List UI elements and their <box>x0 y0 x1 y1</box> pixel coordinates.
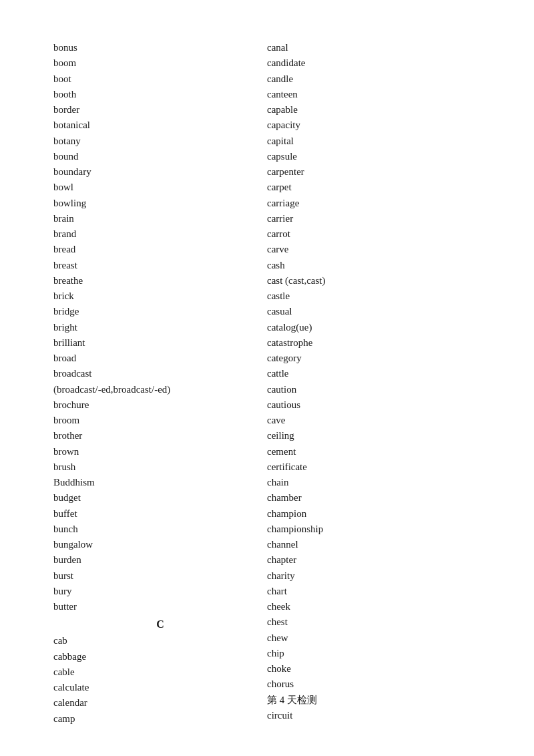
list-item: canal <box>267 40 481 55</box>
list-item: Buddhism <box>53 475 267 490</box>
list-item: brilliant <box>53 335 267 351</box>
list-item: budget <box>53 490 267 506</box>
list-item: capital <box>267 134 481 149</box>
list-item: booth <box>53 87 267 102</box>
list-item: botanical <box>53 118 267 133</box>
list-item: brush <box>53 459 267 475</box>
list-item: bungalow <box>53 537 267 552</box>
list-item: broad <box>53 351 267 366</box>
list-item: brick <box>53 289 267 304</box>
list-item: breast <box>53 258 267 273</box>
list-item: chain <box>267 475 481 490</box>
list-item: bowling <box>53 196 267 211</box>
list-item: brown <box>53 444 267 459</box>
list-item: category <box>267 351 481 366</box>
list-item: catalog(ue) <box>267 320 481 335</box>
list-item: brand <box>53 226 267 242</box>
list-item: capacity <box>267 118 481 133</box>
list-item: calendar <box>53 695 267 711</box>
list-item: cable <box>53 665 267 680</box>
list-item: channel <box>267 537 481 552</box>
list-item: casual <box>267 304 481 319</box>
list-item: buffet <box>53 506 267 522</box>
list-item: champion <box>267 506 481 522</box>
list-item: cattle <box>267 366 481 381</box>
list-item: calculate <box>53 680 267 695</box>
list-item: caution <box>267 382 481 397</box>
list-item: choke <box>267 661 481 677</box>
list-item: capsule <box>267 149 481 164</box>
list-item: chapter <box>267 552 481 568</box>
main-content: bonusboombootboothborderbotanicalbotanyb… <box>53 40 481 727</box>
list-item: candle <box>267 71 481 87</box>
list-item: cash <box>267 258 481 273</box>
left-column: bonusboombootboothborderbotanicalbotanyb… <box>53 40 267 727</box>
list-item: carpet <box>267 180 481 195</box>
list-item: butter <box>53 599 267 614</box>
list-item: bunch <box>53 522 267 537</box>
list-item: circuit <box>267 708 481 723</box>
list-item: cabbage <box>53 649 267 665</box>
list-item: bowl <box>53 180 267 195</box>
list-item: burst <box>53 568 267 584</box>
list-item: carrier <box>267 211 481 226</box>
list-item: bridge <box>53 304 267 319</box>
list-item: boundary <box>53 164 267 180</box>
list-item: brother <box>53 428 267 443</box>
list-item: camp <box>53 711 267 727</box>
list-item: brochure <box>53 397 267 413</box>
list-item: cast (cast,cast) <box>267 273 481 289</box>
list-item: bound <box>53 149 267 164</box>
list-item: cautious <box>267 397 481 413</box>
list-item: carpenter <box>267 164 481 180</box>
section-header-c: C <box>53 618 267 630</box>
list-item: chamber <box>267 490 481 506</box>
list-item: bread <box>53 242 267 257</box>
chinese-section-label: 第 4 天检测 <box>267 693 481 708</box>
list-item: border <box>53 102 267 118</box>
list-item: chest <box>267 614 481 630</box>
list-item: (broadcast/-ed,broadcast/-ed) <box>53 382 267 397</box>
list-item: brain <box>53 211 267 226</box>
list-item: ceiling <box>267 428 481 443</box>
list-item: chip <box>267 646 481 661</box>
list-item: candidate <box>267 55 481 71</box>
list-item: carriage <box>267 196 481 211</box>
list-item: bonus <box>53 40 267 55</box>
list-item: bury <box>53 584 267 599</box>
right-column: canalcandidatecandlecanteencapablecapaci… <box>267 40 481 727</box>
list-item: certificate <box>267 459 481 475</box>
list-item: catastrophe <box>267 335 481 351</box>
list-item: burden <box>53 552 267 568</box>
list-item: boot <box>53 71 267 87</box>
list-item: botany <box>53 134 267 149</box>
list-item: carve <box>267 242 481 257</box>
list-item: breathe <box>53 273 267 289</box>
list-item: carrot <box>267 226 481 242</box>
list-item: chorus <box>267 677 481 692</box>
list-item: chew <box>267 630 481 646</box>
list-item: cab <box>53 633 267 648</box>
list-item: broom <box>53 413 267 428</box>
list-item: championship <box>267 522 481 537</box>
list-item: capable <box>267 102 481 118</box>
list-item: bright <box>53 320 267 335</box>
list-item: charity <box>267 568 481 584</box>
list-item: chart <box>267 584 481 599</box>
list-item: cave <box>267 413 481 428</box>
list-item: broadcast <box>53 366 267 381</box>
list-item: cement <box>267 444 481 459</box>
list-item: cheek <box>267 599 481 614</box>
list-item: boom <box>53 55 267 71</box>
list-item: canteen <box>267 87 481 102</box>
list-item: castle <box>267 289 481 304</box>
